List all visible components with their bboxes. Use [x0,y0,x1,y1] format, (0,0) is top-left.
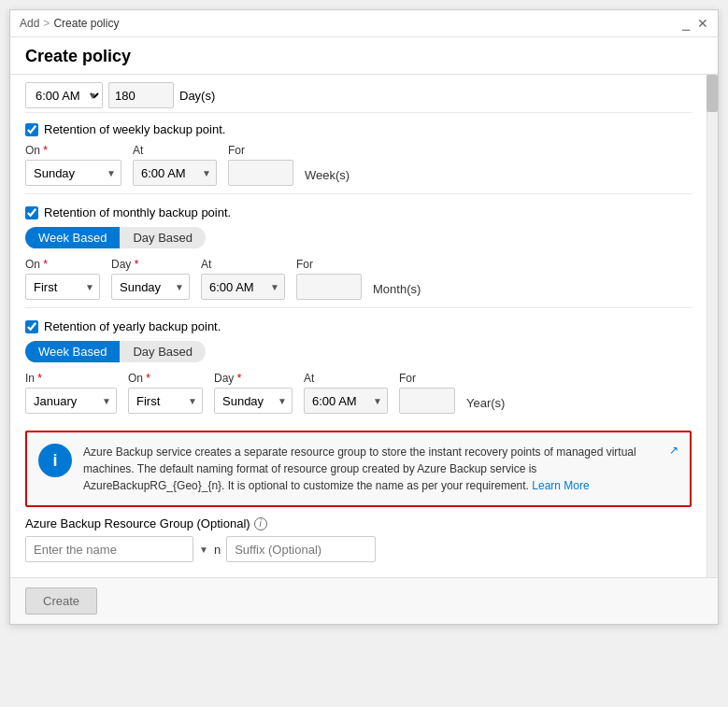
monthly-checkbox[interactable] [25,206,38,219]
weekly-checkbox[interactable] [25,123,38,136]
monthly-week-based-btn[interactable]: Week Based [25,227,120,248]
monthly-day-select[interactable]: Sunday Monday Tuesday [111,274,190,300]
weekly-for-label: For [228,144,293,157]
main-window: Add > Create policy ⎯ ✕ Create policy 6:… [9,9,719,625]
info-icon: i [38,444,72,477]
weekly-checkbox-label[interactable]: Retention of weekly backup point. [25,122,225,136]
weekly-label-text: Retention of weekly backup point. [44,122,225,136]
rg-name-chevron: ▼ [199,544,208,555]
monthly-at-label: At [201,258,285,271]
breadcrumb-add[interactable]: Add [20,17,39,30]
resource-group-suffix-input[interactable] [226,536,376,562]
weekly-at-select[interactable]: 6:00 AM [133,160,217,186]
yearly-at-group: At 6:00 AM ▼ [304,372,388,414]
inner-content: 6:00 AM ▼ Day(s) Retention of weekly bac… [10,75,707,577]
yearly-at-label: At [304,372,388,385]
yearly-on-label: On * [128,372,203,385]
resource-group-section: Azure Backup Resource Group (Optional) i… [25,516,692,562]
monthly-at-select-wrapper: 6:00 AM ▼ [201,274,285,300]
rg-connector: n [214,543,221,557]
yearly-controls: In * JanuaryFebruaryMarch AprilMayJune J… [25,372,692,414]
info-box: i Azure Backup service creates a separat… [25,431,692,507]
close-button[interactable]: ✕ [697,16,708,31]
create-button[interactable]: Create [25,587,97,615]
monthly-day-group: Day * Sunday Monday Tuesday ▼ [111,258,190,300]
top-days-input[interactable] [108,82,174,108]
info-text-content: Azure Backup service creates a separate … [83,444,658,494]
monthly-section: Retention of monthly backup point. Week … [25,196,692,305]
yearly-day-based-btn[interactable]: Day Based [120,341,206,362]
resource-group-inputs: ▼ n [25,536,692,562]
weekly-at-group: At 6:00 AM ▼ [133,144,217,186]
minimize-button[interactable]: ⎯ [682,16,690,31]
monthly-on-group: On * First Second Third Fourth Last ▼ [25,258,100,300]
monthly-toggle-group: Week Based Day Based [25,227,206,248]
weekly-unit: Week(s) [305,168,350,186]
window-controls: ⎯ ✕ [682,16,708,31]
yearly-in-select-wrapper: JanuaryFebruaryMarch AprilMayJune JulyAu… [25,388,117,414]
monthly-on-select-wrapper: First Second Third Fourth Last ▼ [25,274,100,300]
yearly-on-select-wrapper: FirstSecondThird FourthLast ▼ [128,388,203,414]
yearly-toggle-group: Week Based Day Based [25,341,206,362]
monthly-unit: Month(s) [373,282,421,300]
breadcrumb: Add > Create policy [20,17,119,30]
weekly-header: Retention of weekly backup point. [25,122,692,136]
weekly-on-select-wrapper: Sunday Monday Tuesday Wednesday Thursday… [25,160,121,186]
yearly-on-select[interactable]: FirstSecondThird FourthLast [128,388,203,414]
monthly-controls: On * First Second Third Fourth Last ▼ [25,258,692,300]
resource-group-tooltip-icon[interactable]: i [254,517,267,530]
weekly-for-group: For 12 [228,144,293,186]
external-link-icon[interactable]: ↗ [669,444,678,494]
weekly-on-label: On * [25,144,121,157]
yearly-label-text: Retention of yearly backup point. [44,319,221,333]
yearly-on-group: On * FirstSecondThird FourthLast ▼ [128,372,203,414]
breadcrumb-current: Create policy [53,17,119,30]
monthly-for-label: For [296,258,362,271]
yearly-week-based-btn[interactable]: Week Based [25,341,120,362]
footer: Create [10,577,718,624]
monthly-day-label: Day * [111,258,190,271]
yearly-unit: Year(s) [466,396,505,414]
yearly-header: Retention of yearly backup point. [25,319,692,333]
monthly-for-input[interactable]: 60 [296,274,362,300]
yearly-at-select-wrapper: 6:00 AM ▼ [304,388,388,414]
monthly-at-select[interactable]: 6:00 AM [201,274,285,300]
weekly-for-input[interactable]: 12 [228,160,293,186]
weekly-on-group: On * Sunday Monday Tuesday Wednesday Thu… [25,144,121,186]
yearly-for-input[interactable]: 10 [399,388,455,414]
monthly-label-text: Retention of monthly backup point. [44,205,231,219]
weekly-at-label: At [133,144,217,157]
monthly-day-select-wrapper: Sunday Monday Tuesday ▼ [111,274,190,300]
top-row: 6:00 AM ▼ Day(s) [25,75,692,113]
yearly-day-label: Day * [214,372,293,385]
scrollbar-thumb[interactable] [707,75,718,112]
page-title: Create policy [10,37,718,75]
scrollbar-track[interactable] [707,75,718,577]
yearly-for-group: For 10 [399,372,455,414]
monthly-on-label: On * [25,258,100,271]
monthly-header: Retention of monthly backup point. [25,205,692,219]
yearly-section: Retention of yearly backup point. Week B… [25,310,692,419]
yearly-day-select[interactable]: SundayMondayTuesday [214,388,293,414]
yearly-for-label: For [399,372,455,385]
weekly-on-select[interactable]: Sunday Monday Tuesday Wednesday Thursday… [25,160,121,186]
yearly-checkbox-label[interactable]: Retention of yearly backup point. [25,319,221,333]
monthly-for-group: For 60 [296,258,362,300]
monthly-on-select[interactable]: First Second Third Fourth Last [25,274,100,300]
yearly-at-select[interactable]: 6:00 AM [304,388,388,414]
monthly-checkbox-label[interactable]: Retention of monthly backup point. [25,205,231,219]
weekly-at-select-wrapper: 6:00 AM ▼ [133,160,217,186]
weekly-section: Retention of weekly backup point. On * S… [25,113,692,191]
yearly-in-group: In * JanuaryFebruaryMarch AprilMayJune J… [25,372,117,414]
monthly-at-group: At 6:00 AM ▼ [201,258,285,300]
learn-more-link[interactable]: Learn More [532,479,589,492]
resource-group-name-input[interactable] [25,536,193,562]
top-time-select[interactable]: 6:00 AM [25,82,103,108]
yearly-in-select[interactable]: JanuaryFebruaryMarch AprilMayJune JulyAu… [25,388,117,414]
yearly-checkbox[interactable] [25,320,38,333]
yearly-day-group: Day * SundayMondayTuesday ▼ [214,372,293,414]
monthly-day-based-btn[interactable]: Day Based [120,227,206,248]
weekly-controls: On * Sunday Monday Tuesday Wednesday Thu… [25,144,692,186]
yearly-in-label: In * [25,372,117,385]
breadcrumb-separator: > [43,17,50,30]
